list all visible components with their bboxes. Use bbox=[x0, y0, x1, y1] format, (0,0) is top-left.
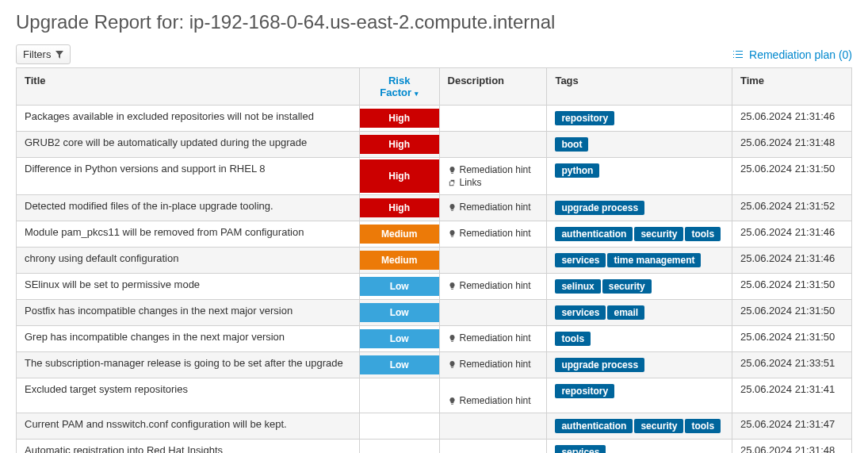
tag[interactable]: time management bbox=[607, 253, 701, 267]
cell-risk: Low bbox=[359, 352, 439, 378]
cell-title: Automatic registration into Red Hat Insi… bbox=[17, 440, 360, 454]
cell-description: Remediation hintLinks bbox=[439, 158, 547, 195]
tag[interactable]: services bbox=[555, 305, 606, 320]
cell-risk bbox=[359, 378, 439, 413]
col-header-title[interactable]: Title bbox=[17, 68, 360, 106]
cell-description: Remediation hint bbox=[439, 378, 547, 413]
tag[interactable]: tools bbox=[685, 419, 721, 433]
cell-title: GRUB2 core will be automatically updated… bbox=[17, 132, 360, 158]
tag[interactable]: upgrade process bbox=[555, 201, 644, 215]
cell-title: chrony using default configuration bbox=[17, 248, 360, 274]
table-row[interactable]: Automatic registration into Red Hat Insi… bbox=[17, 440, 852, 454]
table-row[interactable]: Excluded target system repositoriesRemed… bbox=[17, 378, 852, 413]
col-header-time[interactable]: Time bbox=[732, 68, 851, 106]
risk-badge: Low bbox=[360, 303, 439, 322]
cell-risk: Medium bbox=[359, 248, 439, 274]
cell-description: Remediation hint bbox=[439, 274, 547, 300]
risk-badge: High bbox=[360, 159, 439, 193]
cell-description bbox=[439, 413, 547, 440]
cell-time: 25.06.2024 21:31:50 bbox=[732, 158, 851, 195]
cell-title: Grep has incompatible changes in the nex… bbox=[17, 326, 360, 352]
toolbar: Filters Remediation plan (0) bbox=[16, 44, 852, 64]
table-row[interactable]: Packages available in excluded repositor… bbox=[17, 106, 852, 132]
filters-label: Filters bbox=[23, 48, 51, 60]
table-row[interactable]: chrony using default configurationMedium… bbox=[17, 248, 852, 274]
table-row[interactable]: Postfix has incompatible changes in the … bbox=[17, 300, 852, 326]
cell-time: 25.06.2024 21:31:46 bbox=[732, 221, 851, 248]
cell-risk: High bbox=[359, 195, 439, 221]
tag[interactable]: repository bbox=[555, 384, 614, 398]
risk-badge: Medium bbox=[360, 225, 439, 244]
tag[interactable]: tools bbox=[555, 332, 591, 346]
tag[interactable]: security bbox=[634, 227, 683, 241]
tag[interactable]: services bbox=[555, 445, 606, 453]
links-indicator: Links bbox=[448, 177, 539, 188]
remediation-plan-link[interactable]: Remediation plan (0) bbox=[732, 48, 852, 61]
cell-time: 25.06.2024 21:31:50 bbox=[732, 274, 851, 300]
cell-tags: authenticationsecuritytools bbox=[547, 221, 732, 248]
cell-tags: selinuxsecurity bbox=[547, 274, 732, 300]
col-header-risk-label: Risk Factor bbox=[380, 75, 411, 98]
remediation-hint: Remediation hint bbox=[448, 280, 539, 291]
cell-description: Remediation hint bbox=[439, 352, 547, 378]
sort-desc-icon: ▾ bbox=[415, 90, 419, 98]
tag[interactable]: repository bbox=[555, 111, 614, 125]
filters-button[interactable]: Filters bbox=[16, 44, 71, 64]
cell-time: 25.06.2024 21:33:51 bbox=[732, 352, 851, 378]
risk-badge: Low bbox=[360, 355, 439, 374]
cell-description bbox=[439, 300, 547, 326]
col-header-risk[interactable]: Risk Factor▾ bbox=[359, 68, 439, 106]
tag[interactable]: tools bbox=[685, 227, 721, 241]
table-row[interactable]: Detected modified files of the in-place … bbox=[17, 195, 852, 221]
remediation-plan-label: Remediation plan (0) bbox=[749, 48, 852, 61]
list-icon bbox=[732, 48, 744, 61]
remediation-hint: Remediation hint bbox=[448, 164, 539, 175]
cell-risk: High bbox=[359, 106, 439, 132]
table-row[interactable]: SElinux will be set to permissive modeLo… bbox=[17, 274, 852, 300]
tag[interactable]: authentication bbox=[555, 419, 633, 433]
cell-tags: upgrade process bbox=[547, 352, 732, 378]
col-header-description[interactable]: Description bbox=[439, 68, 547, 106]
tag[interactable]: authentication bbox=[555, 227, 633, 241]
cell-title: Current PAM and nsswitch.conf configurat… bbox=[17, 413, 360, 440]
cell-title: The subscription-manager release is goin… bbox=[17, 352, 360, 378]
cell-title: Excluded target system repositories bbox=[17, 378, 360, 413]
table-row[interactable]: Grep has incompatible changes in the nex… bbox=[17, 326, 852, 352]
tag[interactable]: services bbox=[555, 253, 606, 267]
cell-description: Remediation hint bbox=[439, 326, 547, 352]
cell-time: 25.06.2024 21:31:48 bbox=[732, 440, 851, 454]
cell-tags: repository bbox=[547, 378, 732, 413]
risk-badge: High bbox=[360, 135, 439, 154]
tag[interactable]: selinux bbox=[555, 279, 600, 294]
cell-risk: High bbox=[359, 158, 439, 195]
tag[interactable]: security bbox=[602, 279, 652, 294]
tag[interactable]: boot bbox=[555, 137, 588, 152]
cell-risk: Medium bbox=[359, 221, 439, 248]
cell-title: Postfix has incompatible changes in the … bbox=[17, 300, 360, 326]
table-row[interactable]: The subscription-manager release is goin… bbox=[17, 352, 852, 378]
col-header-tags[interactable]: Tags bbox=[547, 68, 732, 106]
table-row[interactable]: Module pam_pkcs11 will be removed from P… bbox=[17, 221, 852, 248]
table-row[interactable]: Difference in Python versions and suppor… bbox=[17, 158, 852, 195]
cell-time: 25.06.2024 21:31:41 bbox=[732, 378, 851, 413]
risk-badge: High bbox=[360, 109, 439, 128]
tag[interactable]: email bbox=[607, 305, 644, 320]
cell-risk bbox=[359, 440, 439, 454]
risk-badge: Low bbox=[360, 329, 439, 348]
cell-description: Remediation hint bbox=[439, 195, 547, 221]
tag[interactable]: python bbox=[555, 163, 599, 178]
table-row[interactable]: Current PAM and nsswitch.conf configurat… bbox=[17, 413, 852, 440]
cell-time: 25.06.2024 21:31:50 bbox=[732, 300, 851, 326]
tag[interactable]: upgrade process bbox=[555, 358, 644, 372]
remediation-hint: Remediation hint bbox=[448, 395, 539, 406]
cell-tags: repository bbox=[547, 106, 732, 132]
risk-badge: Medium bbox=[360, 251, 439, 270]
filter-icon bbox=[55, 51, 63, 59]
cell-description bbox=[439, 440, 547, 454]
tag[interactable]: security bbox=[634, 419, 683, 433]
risk-badge: High bbox=[360, 198, 439, 217]
table-row[interactable]: GRUB2 core will be automatically updated… bbox=[17, 132, 852, 158]
cell-title: Difference in Python versions and suppor… bbox=[17, 158, 360, 195]
cell-tags: authenticationsecuritytools bbox=[547, 413, 732, 440]
cell-description bbox=[439, 132, 547, 158]
